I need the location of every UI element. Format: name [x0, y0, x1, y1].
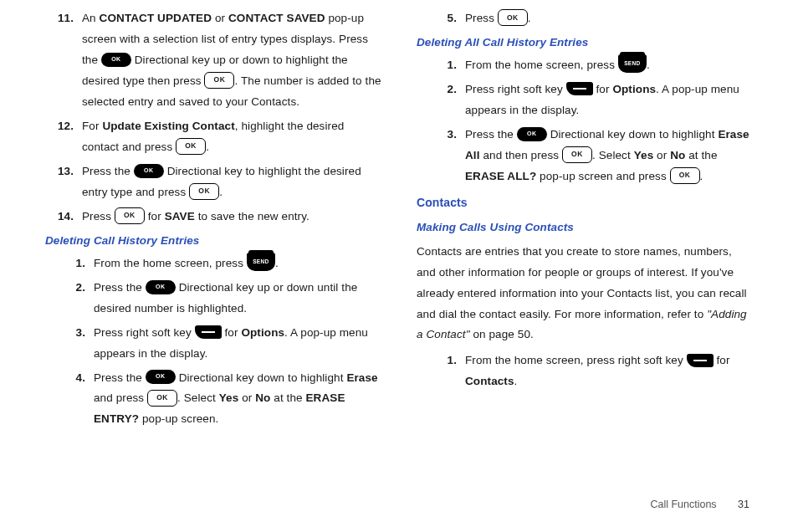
heading-deleting-history: Deleting Call History Entries	[45, 231, 381, 252]
heading-contacts: Contacts	[417, 192, 753, 214]
send-key-icon: SEND	[618, 54, 647, 73]
item-number: 14.	[45, 207, 82, 228]
directional-key-icon: OK	[134, 164, 164, 178]
page-number: 31	[738, 499, 749, 510]
directional-key-icon: OK	[101, 53, 131, 67]
list-item: 2. Press the OK Directional key up or do…	[45, 278, 381, 320]
heading-deleting-all-history: Deleting All Call History Entries	[417, 33, 753, 54]
item-text: From the home screen, press SEND.	[465, 55, 753, 76]
list-item: 2. Press right soft key for Options. A p…	[417, 79, 753, 121]
item-text: Press OK.	[465, 8, 753, 29]
item-text: Press right soft key for Options. A pop-…	[94, 323, 381, 365]
list-item: 13. Press the OK Directional key to high…	[45, 161, 381, 203]
ok-key-icon: OK	[498, 9, 528, 26]
ok-key-icon: OK	[115, 207, 145, 224]
softkey-icon	[195, 325, 222, 339]
ok-key-icon: OK	[147, 390, 177, 407]
item-text: Press the OK Directional key down to hig…	[465, 125, 753, 187]
item-number: 1.	[437, 55, 465, 76]
item-text: For Update Existing Contact, highlight t…	[82, 116, 381, 158]
list-item: 5. Press OK.	[417, 8, 753, 29]
list-item: 12. For Update Existing Contact, highlig…	[45, 116, 381, 158]
send-key-icon: SEND	[247, 253, 275, 271]
item-number: 1.	[437, 350, 465, 392]
list-item: 1. From the home screen, press SEND.	[417, 55, 753, 76]
list-11-14: 11. An CONTACT UPDATED or CONTACT SAVED …	[45, 8, 381, 228]
item-text: Press the OK Directional key up or down …	[94, 278, 381, 320]
item-text: An CONTACT UPDATED or CONTACT SAVED pop-…	[82, 8, 381, 113]
item-number: 2.	[437, 79, 465, 121]
right-column: 5. Press OK. Deleting All Call History E…	[417, 8, 753, 433]
item-number: 3.	[65, 323, 94, 365]
item-text: Press the OK Directional key to highligh…	[82, 161, 381, 203]
heading-making-calls: Making Calls Using Contacts	[417, 217, 753, 238]
softkey-icon	[687, 354, 714, 367]
footer-section: Call Functions	[650, 499, 716, 510]
ok-key-icon: OK	[670, 167, 700, 184]
list-contacts-call: 1. From the home screen, press right sof…	[417, 350, 753, 392]
ok-key-icon: OK	[189, 183, 219, 200]
item-text: From the home screen, press right soft k…	[465, 350, 753, 392]
list-item: 14. Press OK for SAVE to save the new en…	[45, 207, 381, 228]
page: 11. An CONTACT UPDATED or CONTACT SAVED …	[0, 0, 798, 532]
list-item: 3. Press the OK Directional key down to …	[417, 125, 753, 187]
page-footer: Call Functions 31	[650, 499, 749, 510]
list-item: 1. From the home screen, press right sof…	[417, 350, 753, 392]
softkey-icon	[566, 82, 593, 95]
directional-key-icon: OK	[517, 127, 547, 141]
item-number: 1.	[65, 253, 94, 274]
directional-key-icon: OK	[146, 280, 176, 294]
contacts-paragraph: Contacts are entries that you create to …	[417, 242, 753, 346]
columns: 11. An CONTACT UPDATED or CONTACT SAVED …	[45, 8, 753, 433]
list-item: 4. Press the OK Directional key down to …	[45, 368, 381, 431]
item-number: 2.	[65, 278, 94, 320]
item-text: Press OK for SAVE to save the new entry.	[82, 207, 381, 228]
item-number: 5.	[437, 8, 465, 29]
list-item: 1. From the home screen, press SEND.	[45, 253, 381, 274]
item-number: 4.	[65, 368, 94, 431]
ok-key-icon: OK	[176, 138, 206, 155]
item-text: Press right soft key for Options. A pop-…	[465, 79, 753, 121]
list-delete-entries: 1. From the home screen, press SEND. 2. …	[45, 253, 381, 431]
list-item: 11. An CONTACT UPDATED or CONTACT SAVED …	[45, 8, 381, 113]
item-text: Press the OK Directional key down to hig…	[94, 368, 381, 431]
item-text: From the home screen, press SEND.	[94, 253, 381, 274]
left-column: 11. An CONTACT UPDATED or CONTACT SAVED …	[45, 8, 381, 433]
list-item-5: 5. Press OK.	[417, 8, 753, 29]
list-item: 3. Press right soft key for Options. A p…	[45, 323, 381, 365]
item-number: 11.	[45, 8, 82, 113]
item-number: 3.	[437, 125, 465, 187]
ok-key-icon: OK	[562, 146, 592, 163]
item-number: 12.	[45, 116, 82, 158]
ok-key-icon: OK	[204, 72, 234, 89]
item-number: 13.	[45, 161, 82, 203]
list-delete-all: 1. From the home screen, press SEND. 2. …	[417, 55, 753, 187]
directional-key-icon: OK	[146, 370, 176, 384]
